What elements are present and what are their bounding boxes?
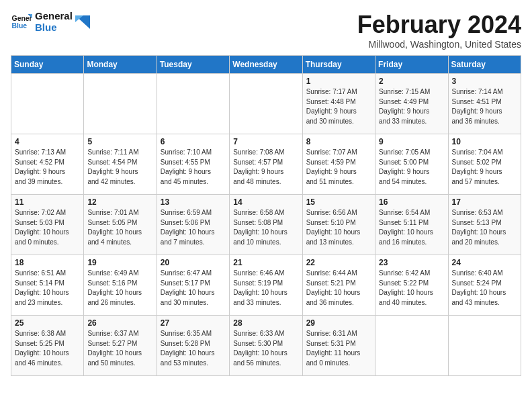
day-info: Sunrise: 6:42 AM Sunset: 5:22 PM Dayligh… — [379, 269, 444, 308]
calendar-cell — [157, 74, 229, 134]
header-tuesday: Tuesday — [157, 56, 229, 74]
day-number: 20 — [161, 258, 226, 267]
week-row-2: 4Sunrise: 7:13 AM Sunset: 4:52 PM Daylig… — [11, 134, 521, 195]
day-number: 18 — [15, 258, 80, 267]
location: Millwood, Washington, United States — [357, 39, 521, 50]
day-number: 25 — [15, 318, 80, 328]
day-number: 2 — [379, 77, 444, 86]
day-number: 9 — [379, 137, 444, 146]
logo-general: General — [35, 11, 73, 22]
logo-icon: General Blue — [11, 13, 32, 32]
day-number: 5 — [87, 137, 152, 146]
calendar-cell: 27Sunrise: 6:35 AM Sunset: 5:28 PM Dayli… — [157, 316, 229, 376]
svg-text:General: General — [12, 14, 32, 21]
calendar-header-row: SundayMondayTuesdayWednesdayThursdayFrid… — [11, 56, 521, 74]
day-info: Sunrise: 6:35 AM Sunset: 5:28 PM Dayligh… — [161, 329, 226, 368]
calendar-cell: 18Sunrise: 6:51 AM Sunset: 5:14 PM Dayli… — [11, 255, 84, 316]
calendar-cell — [448, 316, 521, 376]
day-number: 16 — [379, 197, 444, 207]
calendar-cell: 17Sunrise: 6:53 AM Sunset: 5:13 PM Dayli… — [448, 195, 521, 255]
day-info: Sunrise: 7:02 AM Sunset: 5:03 PM Dayligh… — [15, 208, 80, 247]
day-number: 29 — [306, 318, 371, 328]
day-info: Sunrise: 7:15 AM Sunset: 4:49 PM Dayligh… — [379, 87, 444, 126]
week-row-1: 1Sunrise: 7:17 AM Sunset: 4:48 PM Daylig… — [11, 74, 521, 134]
calendar-cell — [230, 74, 302, 134]
day-number: 3 — [452, 77, 517, 86]
calendar-cell: 6Sunrise: 7:10 AM Sunset: 4:55 PM Daylig… — [157, 134, 229, 195]
day-number: 8 — [306, 137, 371, 146]
day-info: Sunrise: 6:46 AM Sunset: 5:19 PM Dayligh… — [233, 269, 298, 308]
day-info: Sunrise: 6:51 AM Sunset: 5:14 PM Dayligh… — [15, 269, 80, 308]
day-info: Sunrise: 7:11 AM Sunset: 4:54 PM Dayligh… — [87, 148, 152, 187]
calendar-cell: 16Sunrise: 6:54 AM Sunset: 5:11 PM Dayli… — [375, 195, 448, 255]
calendar-cell: 11Sunrise: 7:02 AM Sunset: 5:03 PM Dayli… — [11, 195, 84, 255]
calendar-cell: 10Sunrise: 7:04 AM Sunset: 5:02 PM Dayli… — [448, 134, 521, 195]
day-info: Sunrise: 6:58 AM Sunset: 5:08 PM Dayligh… — [233, 208, 298, 247]
day-number: 4 — [15, 137, 80, 146]
calendar-cell: 5Sunrise: 7:11 AM Sunset: 4:54 PM Daylig… — [84, 134, 157, 195]
calendar-cell: 9Sunrise: 7:05 AM Sunset: 5:00 PM Daylig… — [375, 134, 448, 195]
title-block: February 2024 Millwood, Washington, Unit… — [357, 11, 521, 50]
day-info: Sunrise: 7:01 AM Sunset: 5:05 PM Dayligh… — [87, 208, 152, 247]
header-wednesday: Wednesday — [230, 56, 302, 74]
calendar-cell: 3Sunrise: 7:14 AM Sunset: 4:51 PM Daylig… — [448, 74, 521, 134]
day-number: 26 — [87, 318, 152, 328]
day-number: 6 — [161, 137, 226, 146]
header-thursday: Thursday — [302, 56, 375, 74]
calendar-cell: 1Sunrise: 7:17 AM Sunset: 4:48 PM Daylig… — [302, 74, 375, 134]
calendar-cell: 12Sunrise: 7:01 AM Sunset: 5:05 PM Dayli… — [84, 195, 157, 255]
calendar-cell: 15Sunrise: 6:56 AM Sunset: 5:10 PM Dayli… — [302, 195, 375, 255]
day-info: Sunrise: 7:10 AM Sunset: 4:55 PM Dayligh… — [161, 148, 226, 187]
day-number: 21 — [233, 258, 298, 267]
day-info: Sunrise: 6:37 AM Sunset: 5:27 PM Dayligh… — [87, 329, 152, 368]
calendar-cell: 7Sunrise: 7:08 AM Sunset: 4:57 PM Daylig… — [230, 134, 302, 195]
day-number: 15 — [306, 197, 371, 207]
day-number: 14 — [233, 197, 298, 207]
day-number: 17 — [452, 197, 517, 207]
logo-arrow-icon — [75, 15, 90, 29]
calendar-table: SundayMondayTuesdayWednesdayThursdayFrid… — [11, 55, 521, 376]
calendar-cell: 21Sunrise: 6:46 AM Sunset: 5:19 PM Dayli… — [230, 255, 302, 316]
day-number: 23 — [379, 258, 444, 267]
day-info: Sunrise: 7:13 AM Sunset: 4:52 PM Dayligh… — [15, 148, 80, 187]
header-friday: Friday — [375, 56, 448, 74]
day-number: 27 — [161, 318, 226, 328]
day-number: 11 — [15, 197, 80, 207]
day-info: Sunrise: 6:49 AM Sunset: 5:16 PM Dayligh… — [87, 269, 152, 308]
day-number: 13 — [161, 197, 226, 207]
page-header: General Blue General Blue February 2024 … — [11, 11, 521, 50]
calendar-cell: 8Sunrise: 7:07 AM Sunset: 4:59 PM Daylig… — [302, 134, 375, 195]
day-info: Sunrise: 6:31 AM Sunset: 5:31 PM Dayligh… — [306, 329, 371, 368]
logo: General Blue General Blue — [11, 11, 90, 33]
day-number: 24 — [452, 258, 517, 267]
svg-text:Blue: Blue — [12, 21, 28, 29]
day-info: Sunrise: 7:05 AM Sunset: 5:00 PM Dayligh… — [379, 148, 444, 187]
day-number: 10 — [452, 137, 517, 146]
day-number: 12 — [87, 197, 152, 207]
day-info: Sunrise: 7:08 AM Sunset: 4:57 PM Dayligh… — [233, 148, 298, 187]
calendar-cell: 2Sunrise: 7:15 AM Sunset: 4:49 PM Daylig… — [375, 74, 448, 134]
day-info: Sunrise: 6:59 AM Sunset: 5:06 PM Dayligh… — [161, 208, 226, 247]
header-monday: Monday — [84, 56, 157, 74]
week-row-5: 25Sunrise: 6:38 AM Sunset: 5:25 PM Dayli… — [11, 316, 521, 376]
calendar-cell: 4Sunrise: 7:13 AM Sunset: 4:52 PM Daylig… — [11, 134, 84, 195]
day-number: 19 — [87, 258, 152, 267]
header-sunday: Sunday — [11, 56, 84, 74]
day-info: Sunrise: 6:53 AM Sunset: 5:13 PM Dayligh… — [452, 208, 517, 247]
calendar-cell — [84, 74, 157, 134]
calendar-cell: 22Sunrise: 6:44 AM Sunset: 5:21 PM Dayli… — [302, 255, 375, 316]
day-number: 7 — [233, 137, 298, 146]
logo-blue: Blue — [35, 22, 73, 34]
calendar-cell — [11, 74, 84, 134]
day-info: Sunrise: 7:07 AM Sunset: 4:59 PM Dayligh… — [306, 148, 371, 187]
calendar-cell: 23Sunrise: 6:42 AM Sunset: 5:22 PM Dayli… — [375, 255, 448, 316]
calendar-cell: 14Sunrise: 6:58 AM Sunset: 5:08 PM Dayli… — [230, 195, 302, 255]
day-info: Sunrise: 6:56 AM Sunset: 5:10 PM Dayligh… — [306, 208, 371, 247]
day-number: 1 — [306, 77, 371, 86]
calendar-cell: 26Sunrise: 6:37 AM Sunset: 5:27 PM Dayli… — [84, 316, 157, 376]
day-info: Sunrise: 7:14 AM Sunset: 4:51 PM Dayligh… — [452, 87, 517, 126]
day-info: Sunrise: 6:33 AM Sunset: 5:30 PM Dayligh… — [233, 329, 298, 368]
day-info: Sunrise: 6:44 AM Sunset: 5:21 PM Dayligh… — [306, 269, 371, 308]
calendar-cell: 13Sunrise: 6:59 AM Sunset: 5:06 PM Dayli… — [157, 195, 229, 255]
calendar-cell: 20Sunrise: 6:47 AM Sunset: 5:17 PM Dayli… — [157, 255, 229, 316]
